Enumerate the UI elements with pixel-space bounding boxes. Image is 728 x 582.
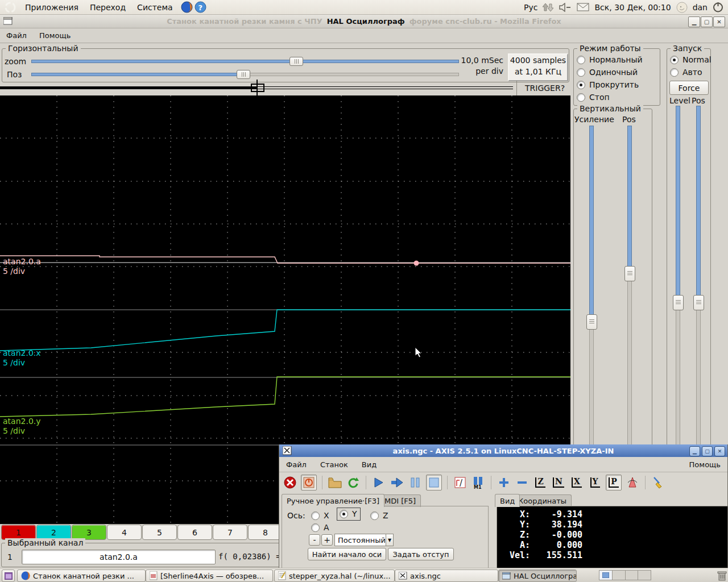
channel-6-button[interactable]: 6	[177, 525, 212, 540]
channel-7-button[interactable]: 7	[213, 525, 247, 540]
axis-close-button[interactable]: ✕	[714, 446, 725, 456]
run-mode-stop-radio[interactable]: Стоп	[577, 93, 610, 102]
axis-minimize-button[interactable]: ▁	[689, 446, 700, 456]
workspace-3[interactable]	[626, 570, 639, 580]
position-slider-track-empty[interactable]	[238, 73, 459, 76]
user-avatar[interactable]	[676, 2, 688, 13]
taskbar-item-halscope[interactable]: HAL Осциллограф	[498, 569, 577, 582]
mail-icon[interactable]	[577, 3, 589, 11]
axis-titlebar[interactable]: axis.ngc - AXIS 2.5.1 on LinuxCNC-HAL-ST…	[279, 444, 727, 457]
taskbar-item-axis[interactable]: axis.ngc	[395, 569, 498, 582]
trigger-pos-slider-handle[interactable]	[693, 295, 704, 310]
jog-minus-button[interactable]: -	[309, 534, 320, 546]
set-offset-button[interactable]: Задать отступ	[388, 548, 454, 560]
trigger-position-handle[interactable]	[251, 84, 264, 92]
zoom-out-icon[interactable]	[515, 475, 530, 490]
zoom-in-icon[interactable]	[497, 475, 511, 490]
trigger-auto-radio[interactable]: Авто	[670, 68, 702, 77]
stop-icon[interactable]	[426, 475, 442, 490]
run-mode-single-radio[interactable]: Одиночный	[577, 68, 638, 77]
vertical-pos-slider-handle[interactable]	[624, 266, 635, 281]
help-launcher-icon[interactable]: ?	[195, 1, 206, 13]
optional-stop-icon[interactable]: M1	[471, 475, 486, 490]
estop-icon[interactable]	[283, 475, 297, 490]
workspace-1[interactable]	[599, 570, 613, 580]
taskbar-item-text-editor[interactable]: stepper_xyza.hal (~/linux...	[274, 569, 395, 582]
channel-5-button[interactable]: 5	[142, 525, 177, 540]
open-file-icon[interactable]	[328, 475, 342, 490]
tab-mdi[interactable]: MDI [F5]	[379, 494, 421, 507]
pause-icon[interactable]	[408, 475, 423, 490]
trigger-pos-slider-track[interactable]	[696, 106, 701, 296]
axis-a-radio[interactable]: A	[311, 523, 329, 532]
trigger-level-slider-handle[interactable]	[673, 295, 684, 310]
perspective-view-icon[interactable]: P	[606, 475, 622, 490]
firefox-launcher-icon[interactable]	[181, 1, 193, 13]
trigger-normal-radio[interactable]: Normal	[670, 55, 712, 64]
menu-applications[interactable]: Приложения	[19, 3, 84, 12]
step-icon[interactable]	[390, 475, 404, 490]
run-icon[interactable]	[371, 475, 386, 490]
taskbar-item-image-viewer[interactable]: [Sherline4Axis — обозрев...	[146, 569, 273, 582]
axis-maximize-button[interactable]: ▢	[702, 446, 713, 456]
halscope-titlebar[interactable]: Станок канатной резки камня с ЧПУ HAL Ос…	[0, 15, 728, 28]
clear-plot-icon[interactable]	[651, 475, 665, 490]
axis-menu-machine[interactable]: Станок	[313, 460, 355, 469]
keyboard-layout-label[interactable]: Рус	[524, 3, 537, 12]
axis-x-radio[interactable]: X	[311, 511, 329, 520]
gain-slider-handle[interactable]	[586, 314, 597, 330]
clock[interactable]: Вск, 30 Дек, 00:10	[594, 3, 671, 12]
zoom-slider-track[interactable]	[31, 60, 459, 63]
reload-icon[interactable]	[346, 475, 361, 490]
run-mode-normal-radio[interactable]: Нормальный	[577, 55, 643, 64]
workspace-2[interactable]	[613, 570, 626, 580]
force-trigger-button[interactable]: Force	[669, 81, 709, 95]
menu-places[interactable]: Переход	[84, 3, 131, 12]
workspace-switcher[interactable]	[599, 570, 651, 580]
taskbar-item-firefox[interactable]: Станок канатной резки ...	[17, 569, 146, 582]
axis-menu-help[interactable]: Помощь	[682, 460, 727, 469]
tab-manual-control[interactable]: Ручное управление·[F3]	[282, 494, 384, 507]
view-z-icon[interactable]: Z	[533, 475, 548, 490]
channel-1-button[interactable]: 1	[1, 525, 36, 540]
user-name[interactable]: dan	[693, 3, 708, 12]
home-axis-button[interactable]: Найти начало оси	[308, 548, 386, 560]
view-x-icon[interactable]: X	[569, 475, 584, 490]
workspace-4[interactable]	[638, 570, 651, 580]
selected-channel-source[interactable]: atan2.0.a	[22, 550, 216, 564]
rotate-view-icon[interactable]	[625, 475, 640, 490]
tab-preview[interactable]: Вид	[495, 494, 520, 507]
minimize-button[interactable]: ▁	[688, 16, 700, 27]
run-mode-roll-radio[interactable]: Прокрутить	[577, 80, 639, 89]
axis-menu-file[interactable]: Файл	[279, 460, 313, 469]
channel-8-button[interactable]: 8	[248, 525, 283, 540]
distributor-logo-icon[interactable]	[5, 2, 16, 13]
jog-plus-button[interactable]: +	[321, 534, 333, 546]
machine-power-icon[interactable]	[301, 475, 317, 490]
keyboard-layout-icon[interactable]	[543, 2, 554, 13]
trigger-button[interactable]: TRIGGER?	[525, 84, 565, 93]
axis-y-radio[interactable]: Y	[340, 509, 357, 518]
channel-2-button[interactable]: 2	[36, 525, 71, 540]
volume-muted-icon[interactable]	[559, 3, 572, 12]
channel-4-button[interactable]: 4	[107, 525, 142, 540]
position-slider-handle[interactable]	[237, 70, 250, 79]
position-slider-track-filled[interactable]	[31, 73, 238, 76]
menu-help[interactable]: Помощь	[33, 31, 77, 40]
show-desktop-button[interactable]	[2, 569, 15, 582]
vertical-pos-slider-track[interactable]	[627, 126, 632, 267]
tab-dro[interactable]: Координаты	[513, 494, 572, 507]
zoom-slider-handle[interactable]	[289, 57, 303, 66]
close-button[interactable]: ✕	[713, 16, 725, 27]
view-y-icon[interactable]: Y	[588, 475, 602, 490]
menu-system[interactable]: Система	[131, 3, 178, 12]
power-icon[interactable]	[713, 2, 723, 13]
jog-mode-dropdown[interactable]: Постоянный ▼	[334, 534, 394, 546]
maximize-button[interactable]: ▢	[701, 16, 713, 27]
axis-menu-view[interactable]: Вид	[355, 460, 383, 469]
trash-icon[interactable]	[717, 570, 727, 581]
trigger-level-slider-track[interactable]	[676, 106, 680, 296]
axis-z-radio[interactable]: Z	[370, 511, 388, 520]
channel-3-button[interactable]: 3	[72, 525, 106, 540]
gain-slider-track[interactable]	[589, 126, 594, 315]
